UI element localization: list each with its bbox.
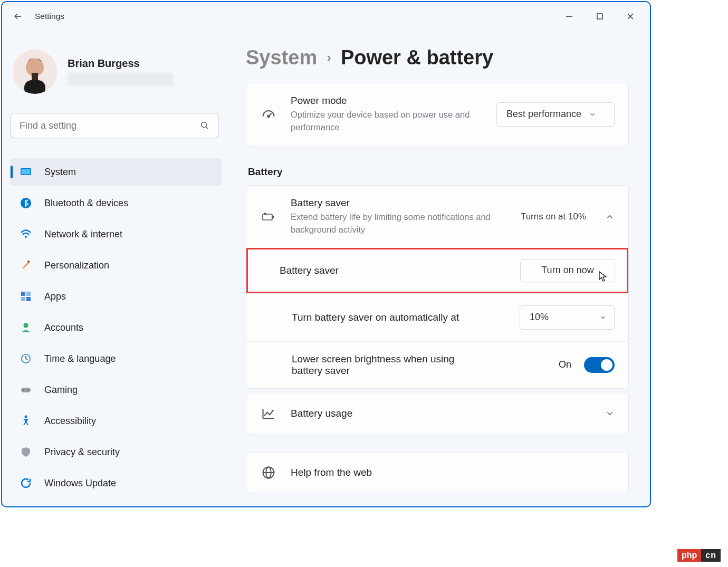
svg-point-26 <box>27 389 29 391</box>
cursor-icon <box>598 271 608 285</box>
user-block[interactable]: Brian Burgess <box>9 38 222 113</box>
accessibility-icon <box>19 414 33 428</box>
maximize-button[interactable] <box>585 5 615 28</box>
sidebar: Brian Burgess System Bluetooth & devices <box>2 31 229 506</box>
sidebar-item-accessibility[interactable]: Accessibility <box>9 407 222 435</box>
svg-point-8 <box>202 122 207 128</box>
back-button[interactable] <box>6 5 30 28</box>
sidebar-item-accounts[interactable]: Accounts <box>9 314 222 341</box>
svg-point-12 <box>21 198 31 208</box>
battery-leaf-icon <box>260 208 277 225</box>
turn-on-now-label: Turn on now <box>541 265 593 276</box>
battery-saver-title: Battery saver <box>291 197 507 209</box>
search-input[interactable] <box>20 120 200 131</box>
help-title: Help from the web <box>291 467 615 478</box>
battery-saver-toggle-row: Battery saver Turn on now <box>246 248 628 293</box>
apps-icon <box>19 290 33 303</box>
clock-icon <box>19 352 33 366</box>
watermark-b: cn <box>701 549 721 562</box>
wifi-icon <box>19 227 33 241</box>
sidebar-item-system[interactable]: System <box>9 158 222 186</box>
breadcrumb: System › Power & battery <box>246 46 629 69</box>
sidebar-item-label: Time & language <box>44 353 116 364</box>
breadcrumb-current: Power & battery <box>341 46 493 69</box>
chevron-right-icon: › <box>327 50 331 66</box>
svg-point-19 <box>24 323 28 328</box>
battery-usage-title: Battery usage <box>291 408 582 419</box>
sidebar-item-privacy[interactable]: Privacy & security <box>9 438 222 466</box>
search-box[interactable] <box>11 113 218 138</box>
sidebar-item-network[interactable]: Network & internet <box>9 220 222 248</box>
battery-usage-card[interactable]: Battery usage <box>246 393 629 434</box>
brightness-title: Lower screen brightness when using batte… <box>292 353 471 377</box>
shield-icon <box>19 445 33 459</box>
breadcrumb-parent[interactable]: System <box>246 46 317 69</box>
app-title: Settings <box>35 12 64 21</box>
user-name: Brian Burgess <box>68 57 173 70</box>
window-controls <box>554 5 646 28</box>
gauge-icon <box>260 106 277 123</box>
sidebar-item-time[interactable]: Time & language <box>9 345 222 372</box>
sidebar-item-label: Personalization <box>44 260 109 271</box>
sidebar-item-update[interactable]: Windows Update <box>9 469 222 497</box>
svg-rect-24 <box>21 388 31 392</box>
battery-saver-subtitle: Extend battery life by limiting some not… <box>291 211 507 236</box>
avatar <box>13 50 57 94</box>
svg-rect-14 <box>27 260 30 263</box>
sidebar-item-label: Bluetooth & devices <box>44 198 128 209</box>
svg-rect-31 <box>273 216 274 218</box>
sidebar-item-apps[interactable]: Apps <box>9 283 222 310</box>
chevron-down-icon <box>589 111 596 118</box>
battery-saver-row-title: Battery saver <box>280 265 506 276</box>
auto-on-title: Turn battery saver on automatically at <box>292 312 506 323</box>
power-mode-subtitle: Optimize your device based on power use … <box>291 109 483 134</box>
auto-on-row: Turn battery saver on automatically at 1… <box>246 293 628 341</box>
gamepad-icon <box>19 383 33 397</box>
search-icon <box>200 121 209 130</box>
help-card[interactable]: Help from the web <box>246 452 629 493</box>
svg-rect-17 <box>21 297 25 301</box>
turn-on-now-button[interactable]: Turn on now <box>520 259 615 282</box>
sidebar-item-label: Gaming <box>44 385 78 396</box>
sidebar-item-bluetooth[interactable]: Bluetooth & devices <box>9 189 222 217</box>
watermark-a: php <box>677 549 701 562</box>
minimize-button[interactable] <box>554 5 585 28</box>
chevron-down-icon <box>605 409 615 418</box>
power-mode-value: Best performance <box>506 109 581 120</box>
sidebar-item-label: Apps <box>44 291 66 302</box>
battery-saver-header-row[interactable]: Battery saver Extend battery life by lim… <box>246 186 628 248</box>
chevron-up-icon <box>605 212 615 222</box>
sidebar-item-label: Accounts <box>44 322 83 333</box>
close-button[interactable] <box>615 5 646 28</box>
sidebar-item-gaming[interactable]: Gaming <box>9 376 222 403</box>
svg-rect-18 <box>26 297 31 301</box>
sidebar-item-personalization[interactable]: Personalization <box>9 252 222 279</box>
svg-point-25 <box>23 389 25 391</box>
auto-on-select[interactable]: 10% <box>520 305 615 330</box>
display-icon <box>19 165 33 179</box>
battery-saver-card: Battery saver Extend battery life by lim… <box>246 185 629 389</box>
svg-point-29 <box>267 116 269 117</box>
power-mode-select[interactable]: Best performance <box>496 102 615 127</box>
svg-line-9 <box>206 127 208 129</box>
svg-rect-7 <box>32 73 38 80</box>
globe-icon <box>260 464 277 481</box>
nav: System Bluetooth & devices Network & int… <box>9 158 222 497</box>
svg-rect-5 <box>24 80 45 94</box>
content: System › Power & battery Power mode Opti… <box>229 31 650 506</box>
sidebar-item-label: Privacy & security <box>44 447 120 458</box>
power-mode-title: Power mode <box>291 95 483 107</box>
battery-section-heading: Battery <box>248 166 629 178</box>
auto-on-value: 10% <box>530 312 549 323</box>
bluetooth-icon <box>19 196 33 210</box>
sidebar-item-label: System <box>44 167 76 178</box>
brightness-toggle-label: On <box>559 359 571 370</box>
sidebar-item-label: Windows Update <box>44 478 116 489</box>
svg-rect-11 <box>22 169 31 175</box>
watermark: php cn <box>677 549 721 562</box>
power-mode-card: Power mode Optimize your device based on… <box>246 83 629 146</box>
brightness-toggle[interactable] <box>584 357 615 373</box>
svg-rect-16 <box>26 292 31 296</box>
sidebar-item-label: Network & internet <box>44 229 122 240</box>
person-icon <box>19 321 33 334</box>
